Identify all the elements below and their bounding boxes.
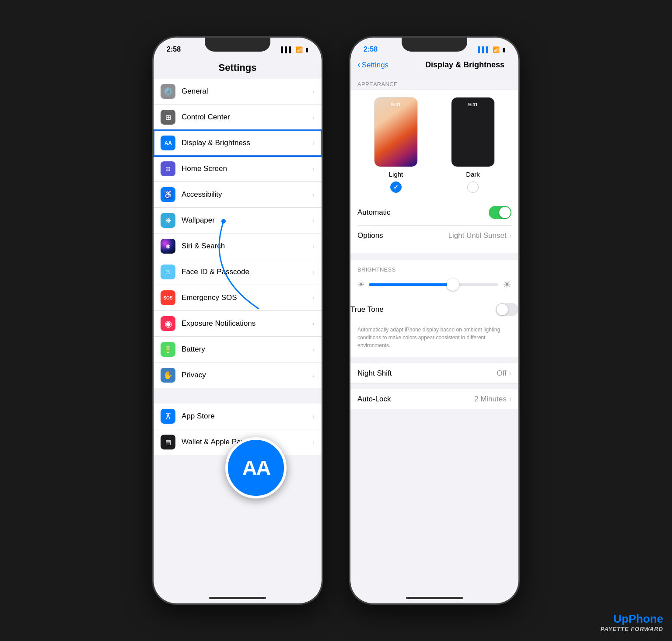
signal-icon: ▌▌▌ xyxy=(281,46,293,53)
power-button[interactable] xyxy=(322,125,323,173)
home-bar[interactable] xyxy=(209,597,266,599)
section-gap-1 xyxy=(154,388,322,404)
auto-lock-chevron: › xyxy=(509,395,511,403)
night-shift-row[interactable]: Night Shift Off › xyxy=(350,363,518,384)
display-chevron: › xyxy=(312,139,315,146)
display-settings-screen: 2:58 ▌▌▌ 📶 ▮ ‹ Settings Display & Bright… xyxy=(350,38,518,603)
light-preview-time: 9:41 xyxy=(391,102,401,107)
home-chevron: › xyxy=(312,165,315,172)
night-shift-value: Off xyxy=(497,369,506,378)
dark-option[interactable]: 9:41 Dark xyxy=(451,97,495,193)
display-label: Display & Brightness xyxy=(182,139,310,147)
dark-radio[interactable] xyxy=(467,181,479,193)
light-option[interactable]: 9:41 Light xyxy=(374,97,418,193)
wallpaper-label: Wallpaper xyxy=(182,216,310,225)
accessibility-icon: ♿ xyxy=(161,187,175,202)
automatic-toggle[interactable] xyxy=(489,206,511,219)
light-preview: 9:41 xyxy=(374,97,418,167)
display-icon: AA xyxy=(161,136,175,150)
volume-up-button-r[interactable] xyxy=(349,125,350,156)
settings-item-home-screen[interactable]: ⊞ Home Screen › xyxy=(154,156,322,182)
wallet-icon: ▤ xyxy=(161,435,175,449)
slider-track[interactable] xyxy=(369,283,498,286)
mute-button-r[interactable] xyxy=(349,99,350,116)
battery-settings-icon: 🔋 xyxy=(161,342,175,357)
sos-chevron: › xyxy=(312,294,315,301)
settings-title: Settings xyxy=(154,59,322,79)
privacy-chevron: › xyxy=(312,372,315,379)
wallpaper-icon: ❋ xyxy=(161,213,175,228)
left-screen: 2:58 ▌▌▌ 📶 ▮ Settings ⚙️ General › xyxy=(154,38,322,603)
right-screen: 2:58 ▌▌▌ 📶 ▮ ‹ Settings Display & Bright… xyxy=(350,38,518,603)
appstore-label: App Store xyxy=(182,412,310,421)
settings-screen: 2:58 ▌▌▌ 📶 ▮ Settings ⚙️ General › xyxy=(154,38,322,603)
battery-chevron: › xyxy=(312,346,315,353)
options-label: Options xyxy=(357,231,448,240)
privacy-icon: ✋ xyxy=(161,368,175,383)
settings-item-sos[interactable]: SOS Emergency SOS › xyxy=(154,285,322,311)
home-bar-r[interactable] xyxy=(406,597,463,599)
auto-lock-row[interactable]: Auto-Lock 2 Minutes › xyxy=(350,389,518,409)
watermark-pf: PAYETTE FORWARD xyxy=(600,626,663,632)
settings-item-exposure[interactable]: ◉ Exposure Notifications › xyxy=(154,311,322,337)
back-chevron-icon: ‹ xyxy=(357,59,360,70)
settings-item-accessibility[interactable]: ♿ Accessibility › xyxy=(154,182,322,208)
true-tone-knob xyxy=(497,304,508,315)
siri-label: Siri & Search xyxy=(182,242,310,251)
back-button[interactable]: ‹ Settings xyxy=(357,60,388,70)
slider-thumb[interactable] xyxy=(447,279,459,291)
right-phone: 2:58 ▌▌▌ 📶 ▮ ‹ Settings Display & Bright… xyxy=(349,36,520,605)
privacy-label: Privacy xyxy=(182,371,310,380)
automatic-row: Automatic xyxy=(357,200,511,225)
aa-circle-text: AA xyxy=(242,456,270,480)
home-screen-icon: ⊞ xyxy=(161,161,175,176)
dark-preview: 9:41 xyxy=(451,97,495,167)
settings-item-control-center[interactable]: ⊞ Control Center › xyxy=(154,105,322,130)
watermark: UpPhone PAYETTE FORWARD xyxy=(600,612,663,632)
faceid-label: Face ID & Passcode xyxy=(182,268,310,276)
volume-down-button-r[interactable] xyxy=(349,162,350,193)
notch xyxy=(205,38,270,52)
volume-down-button[interactable] xyxy=(152,162,153,193)
settings-item-display[interactable]: AA Display & Brightness › xyxy=(154,130,322,156)
mute-button[interactable] xyxy=(152,99,153,116)
accessibility-chevron: › xyxy=(312,191,315,198)
power-button-r[interactable] xyxy=(519,125,520,173)
wifi-icon: 📶 xyxy=(296,46,303,53)
settings-item-siri[interactable]: ◉ Siri & Search › xyxy=(154,233,322,259)
back-label: Settings xyxy=(362,61,388,70)
brightness-slider[interactable]: ☀ ☀ xyxy=(357,279,511,290)
accessibility-label: Accessibility xyxy=(182,190,310,199)
sun-large-icon: ☀ xyxy=(503,279,511,290)
appstore-chevron: › xyxy=(312,413,315,420)
left-phone: 2:58 ▌▌▌ 📶 ▮ Settings ⚙️ General › xyxy=(152,36,323,605)
night-shift-label: Night Shift xyxy=(357,369,497,378)
sun-small-icon: ☀ xyxy=(357,280,364,289)
control-chevron: › xyxy=(312,114,315,121)
settings-item-faceid[interactable]: ☺ Face ID & Passcode › xyxy=(154,259,322,285)
battery-icon: ▮ xyxy=(305,46,308,53)
right-status-time: 2:58 xyxy=(364,45,378,53)
right-wifi-icon: 📶 xyxy=(493,46,500,53)
settings-item-battery[interactable]: 🔋 Battery › xyxy=(154,337,322,362)
light-radio[interactable] xyxy=(390,181,402,193)
options-row[interactable]: Options Light Until Sunset › xyxy=(357,225,511,246)
volume-up-button[interactable] xyxy=(152,125,153,156)
settings-item-privacy[interactable]: ✋ Privacy › xyxy=(154,362,322,388)
options-value: Light Until Sunset xyxy=(448,231,506,240)
settings-item-wallpaper[interactable]: ❋ Wallpaper › xyxy=(154,208,322,233)
settings-item-appstore[interactable]: ⊼ App Store › xyxy=(154,404,322,429)
section-gap-4 xyxy=(350,384,518,389)
settings-item-general[interactable]: ⚙️ General › xyxy=(154,79,322,105)
exposure-label: Exposure Notifications xyxy=(182,319,310,328)
options-chevron: › xyxy=(509,232,511,240)
true-tone-toggle[interactable] xyxy=(496,303,518,316)
auto-lock-label: Auto-Lock xyxy=(357,395,474,404)
right-signal-icon: ▌▌▌ xyxy=(478,46,490,53)
brightness-section: BRIGHTNESS ☀ ☀ True Tone Automati xyxy=(350,260,518,357)
brightness-header: BRIGHTNESS xyxy=(357,266,511,273)
auto-lock-value: 2 Minutes xyxy=(474,395,507,404)
sos-label: Emergency SOS xyxy=(182,293,310,302)
appstore-icon: ⊼ xyxy=(161,409,175,424)
siri-icon: ◉ xyxy=(161,239,175,254)
